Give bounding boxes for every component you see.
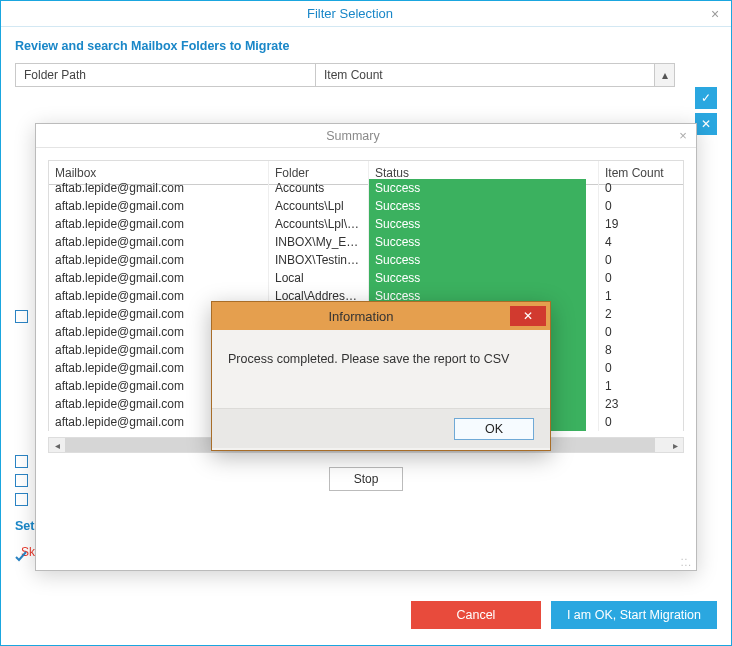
cell-folder: INBOX\My_Emails — [269, 233, 369, 251]
scroll-right-icon[interactable]: ▸ — [667, 440, 683, 451]
info-titlebar: Information ✕ — [212, 302, 550, 330]
selection-side-buttons: ✓ ✕ — [695, 87, 717, 139]
folder-checkbox[interactable] — [15, 474, 28, 487]
cell-status: Success — [369, 233, 599, 251]
cell-item-count: 0 — [599, 323, 683, 341]
stop-button[interactable]: Stop — [329, 467, 404, 491]
window-close-button[interactable]: × — [699, 1, 731, 27]
cell-mailbox: aftab.lepide@gmail.com — [49, 197, 269, 215]
cell-mailbox: aftab.lepide@gmail.com — [49, 233, 269, 251]
cell-item-count: 8 — [599, 341, 683, 359]
cell-folder: Accounts\Lpl\N... — [269, 215, 369, 233]
cell-folder: Accounts\Lpl — [269, 197, 369, 215]
status-badge: Success — [369, 233, 586, 251]
cell-item-count: 0 — [599, 269, 683, 287]
cell-folder: Local — [269, 269, 369, 287]
resize-grip-icon[interactable]: ..... — [681, 554, 692, 566]
cell-item-count: 0 — [599, 179, 683, 197]
cell-status: Success — [369, 269, 599, 287]
window-title: Filter Selection — [1, 6, 699, 21]
summary-title: Summary — [36, 129, 670, 143]
folder-checkbox[interactable] — [15, 310, 28, 323]
folder-checkboxes — [15, 310, 29, 506]
close-icon: ✕ — [523, 309, 533, 323]
window-body: Review and search Mailbox Folders to Mig… — [1, 27, 731, 645]
status-badge: Success — [369, 197, 586, 215]
table-row[interactable]: aftab.lepide@gmail.comAccountsSuccess0 — [49, 179, 683, 197]
cell-folder: Accounts — [269, 179, 369, 197]
check-icon: ✓ — [701, 91, 711, 105]
select-all-button[interactable]: ✓ — [695, 87, 717, 109]
grid-scroll-up[interactable]: ▴ — [654, 64, 674, 86]
cell-status: Success — [369, 251, 599, 269]
cell-item-count: 0 — [599, 359, 683, 377]
info-close-button[interactable]: ✕ — [510, 306, 546, 326]
summary-grid-header: Mailbox Folder Status Item Count — [49, 161, 683, 179]
cell-status: Success — [369, 197, 599, 215]
cell-item-count: 0 — [599, 251, 683, 269]
information-dialog: Information ✕ Process completed. Please … — [211, 301, 551, 451]
info-button-row: OK — [212, 408, 550, 448]
summary-close-button[interactable]: × — [670, 128, 696, 143]
table-row[interactable]: aftab.lepide@gmail.comINBOX\My_EmailsSuc… — [49, 233, 683, 251]
clear-all-button[interactable]: ✕ — [695, 113, 717, 135]
start-migration-button[interactable]: I am OK, Start Migration — [551, 601, 717, 629]
cell-mailbox: aftab.lepide@gmail.com — [49, 179, 269, 197]
info-message: Process completed. Please save the repor… — [212, 330, 550, 408]
scroll-left-icon[interactable]: ◂ — [49, 440, 65, 451]
table-row[interactable]: aftab.lepide@gmail.comAccounts\Lpl\N...S… — [49, 215, 683, 233]
cell-status: Success — [369, 215, 599, 233]
cell-mailbox: aftab.lepide@gmail.com — [49, 251, 269, 269]
table-row[interactable]: aftab.lepide@gmail.comAccounts\LplSucces… — [49, 197, 683, 215]
table-row[interactable]: aftab.lepide@gmail.comLocalSuccess0 — [49, 269, 683, 287]
cell-item-count: 1 — [599, 377, 683, 395]
cell-item-count: 1 — [599, 287, 683, 305]
section-heading: Review and search Mailbox Folders to Mig… — [1, 27, 731, 63]
x-icon: ✕ — [701, 117, 711, 131]
action-buttons: Cancel I am OK, Start Migration — [15, 601, 717, 629]
folder-grid-header: Folder Path Item Count ▴ — [15, 63, 675, 87]
header-item-count[interactable]: Item Count — [316, 64, 654, 86]
status-badge: Success — [369, 215, 586, 233]
status-badge: Success — [369, 179, 586, 197]
window-titlebar: Filter Selection × — [1, 1, 731, 27]
cell-item-count: 0 — [599, 197, 683, 215]
cell-item-count: 23 — [599, 395, 683, 413]
cell-folder: INBOX\Testing M — [269, 251, 369, 269]
cell-mailbox: aftab.lepide@gmail.com — [49, 269, 269, 287]
header-folder-path[interactable]: Folder Path — [16, 64, 316, 86]
status-badge: Success — [369, 269, 586, 287]
folder-checkbox[interactable] — [15, 455, 28, 468]
cancel-button[interactable]: Cancel — [411, 601, 541, 629]
cell-status: Success — [369, 179, 599, 197]
cell-mailbox: aftab.lepide@gmail.com — [49, 215, 269, 233]
cell-item-count: 19 — [599, 215, 683, 233]
cell-item-count: 2 — [599, 305, 683, 323]
status-badge: Success — [369, 251, 586, 269]
table-row[interactable]: aftab.lepide@gmail.comINBOX\Testing MSuc… — [49, 251, 683, 269]
cell-item-count: 4 — [599, 233, 683, 251]
cell-item-count: 0 — [599, 413, 683, 431]
filter-selection-window: Filter Selection × Review and search Mai… — [0, 0, 732, 646]
summary-titlebar: Summary × — [36, 124, 696, 148]
ok-button[interactable]: OK — [454, 418, 534, 440]
info-title: Information — [212, 309, 510, 324]
